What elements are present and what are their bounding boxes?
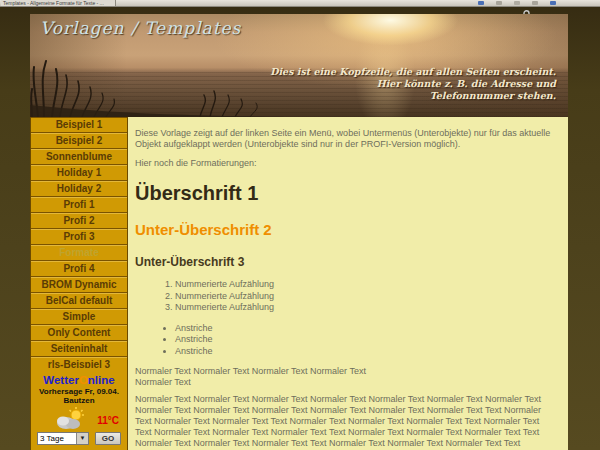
browser-toolbar-icon[interactable] (478, 1, 484, 5)
normal-text-paragraph-2: Normaler Text Normaler Text Normaler Tex… (135, 394, 558, 450)
sidebar-menu-item[interactable]: Holiday 1 (31, 165, 127, 181)
sidebar-menu-item[interactable]: Beispiel 1 (31, 117, 127, 133)
main-content: Diese Vorlage zeigt auf der linken Seite… (128, 117, 568, 450)
logo-wetter: Wetter (43, 374, 79, 386)
numbered-list-item: Nummerierte Aufzählung (175, 302, 558, 314)
temperature-value: 11°C (97, 415, 119, 426)
logo-nline: nline (88, 374, 115, 386)
wetteronline-logo[interactable]: WetterOnline (31, 374, 127, 386)
forecast-date-label: Vorhersage Fr, 09.04. (31, 387, 127, 396)
browser-toolbar-icon[interactable] (496, 1, 502, 5)
numbered-list-item: Nummerierte Aufzählung (175, 291, 558, 303)
header-tagline-line: Dies ist eine Kopfzeile, die auf allen S… (270, 66, 556, 78)
browser-toolbar-icon[interactable] (532, 1, 538, 5)
sidebar-menu-item[interactable]: BelCal default (31, 293, 127, 309)
forecast-city-label: Bautzen (31, 396, 127, 405)
sidebar-menu-item[interactable]: Profi 1 (31, 197, 127, 213)
sidebar-menu-item[interactable]: Sonnenblume (31, 149, 127, 165)
sidebar-menu-item[interactable]: Holiday 2 (31, 181, 127, 197)
sun-cloud-icon (53, 407, 87, 431)
normal-text-paragraph-1: Normaler Text Normaler Text Normaler Tex… (135, 366, 558, 388)
go-button[interactable]: GO (95, 432, 121, 445)
browser-tab[interactable]: Templates - Allgemeine Formate für Texte… (1, 0, 116, 6)
numbered-list: Nummerierte AufzählungNummerierte Aufzäh… (135, 279, 558, 314)
forecast-row: 11°C (31, 407, 127, 433)
formats-intro-line: Hier noch die Formatierungen: (135, 158, 558, 169)
sidebar-menu-item[interactable]: Beispiel 2 (31, 133, 127, 149)
intro-paragraph: Diese Vorlage zeigt auf der linken Seite… (135, 128, 558, 150)
heading-1: Überschrift 1 (135, 182, 558, 205)
forecast-controls: 3 Tage ▼ GO (37, 432, 123, 445)
forecast-range-value: 3 Tage (40, 434, 64, 443)
sidebar-menu-item[interactable]: Simple (31, 309, 127, 325)
bullet-list-item: Anstriche (175, 323, 558, 335)
sidebar-menu-item[interactable]: Formate (31, 245, 127, 261)
bullet-list-item: Anstriche (175, 334, 558, 346)
forecast-range-select[interactable]: 3 Tage ▼ (37, 432, 89, 445)
sidebar-menu-item[interactable]: Seiteninhalt (31, 341, 127, 357)
browser-tab-bar: Templates - Allgemeine Formate für Texte… (0, 0, 600, 7)
weather-widget: WetterOnline Vorhersage Fr, 09.04. Bautz… (30, 368, 128, 450)
heading-2: Unter-Überschrift 2 (135, 221, 558, 238)
header-banner-image: Vorlagen / Templates Dies ist eine Kopfz… (30, 14, 568, 117)
heading-3: Unter-Überschrift 3 (135, 255, 558, 269)
numbered-list-item: Nummerierte Aufzählung (175, 279, 558, 291)
select-dropdown-arrow-icon[interactable]: ▼ (76, 433, 88, 444)
bullet-list: AnstricheAnstricheAnstriche (135, 323, 558, 358)
header-tagline-line: Telefonnummer stehen. (270, 90, 556, 102)
bullet-list-item: Anstriche (175, 346, 558, 358)
sidebar-menu-item[interactable]: BROM Dynamic (31, 277, 127, 293)
sidebar-menu-item[interactable]: Profi 4 (31, 261, 127, 277)
browser-toolbar-icon[interactable] (514, 1, 520, 5)
page: Templates - Allgemeine Formate für Texte… (0, 0, 600, 450)
browser-toolbar-icon[interactable] (550, 1, 556, 5)
header-tagline-line: Hier könnte z. B. die Adresse und (270, 78, 556, 90)
header-tagline: Dies ist eine Kopfzeile, die auf allen S… (270, 66, 556, 102)
sidebar-menu-item[interactable]: Profi 3 (31, 229, 127, 245)
sidebar-menu-item[interactable]: Only Content (31, 325, 127, 341)
sidebar-menu-item[interactable]: Profi 2 (31, 213, 127, 229)
logo-o: O (79, 374, 88, 386)
site-title: Vorlagen / Templates (40, 18, 241, 38)
